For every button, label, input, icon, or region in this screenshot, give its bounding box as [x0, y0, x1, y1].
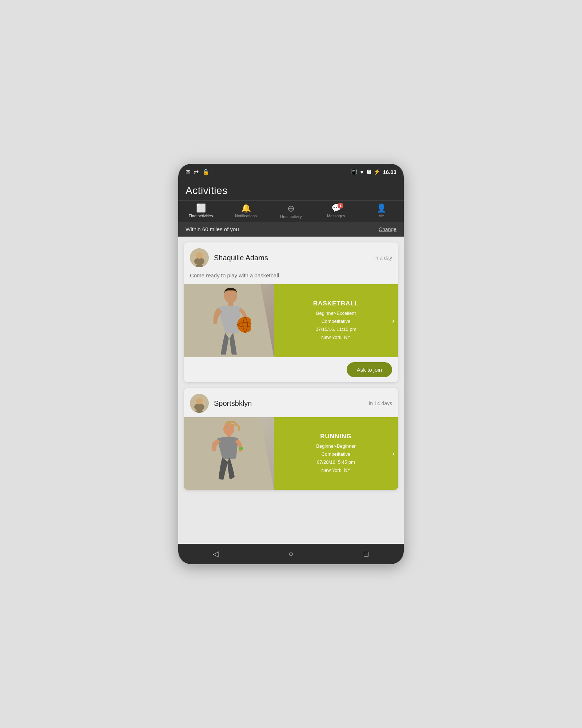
svg-point-8 — [196, 398, 203, 404]
activity-image-inner-basketball — [184, 284, 274, 357]
svg-rect-11 — [239, 447, 243, 450]
card-header-basketball: Shaquille Adams in a day — [184, 242, 398, 272]
lock-icon: 🔒 — [202, 169, 210, 175]
activity-image-basketball — [184, 284, 274, 357]
sport-label-running: RUNNING — [320, 433, 351, 440]
me-icon: 👤 — [376, 204, 386, 212]
recent-button[interactable]: □ — [357, 545, 375, 563]
status-left-icons: ✉ ⇄ 🔒 — [186, 169, 210, 175]
time-display: 16.03 — [383, 169, 396, 175]
style-running: Competitative — [322, 451, 350, 457]
avatar-svg — [190, 248, 209, 267]
page-title: Activities — [186, 185, 396, 197]
level-running: Beginner-Beginner — [316, 443, 355, 449]
tab-me-label: Me — [378, 214, 384, 218]
notifications-icon: 🔔 — [241, 204, 251, 212]
style-basketball: Competitative — [322, 318, 350, 324]
running-person-svg — [207, 418, 251, 489]
tab-notifications[interactable]: 🔔 Notifications — [223, 201, 268, 222]
avatar-basketball — [190, 248, 209, 267]
network-icon: ⊠ — [367, 169, 371, 175]
time-label-basketball: in a day — [374, 255, 392, 261]
bottom-nav: ◁ ○ □ — [178, 544, 404, 564]
tab-messages[interactable]: 💬 1 Messages — [314, 201, 359, 222]
home-button[interactable]: ○ — [282, 545, 300, 563]
sync-icon: ⇄ — [194, 169, 199, 175]
datetime-basketball: 07/15/16, 11:15 pm — [315, 327, 356, 332]
vibrate-icon: 📳 — [350, 169, 357, 175]
back-button[interactable]: ◁ — [207, 545, 225, 563]
card-header-running: Sportsbklyn in 14 days — [184, 388, 398, 417]
avatar-running — [190, 394, 209, 413]
phone-frame: ✉ ⇄ 🔒 📳 ▼ ⊠ ⚡ 16.03 Activities ⬜ Find ac… — [178, 164, 404, 564]
recent-icon: □ — [364, 549, 368, 559]
status-right: 📳 ▼ ⊠ ⚡ 16.03 — [350, 169, 396, 175]
mail-icon: ✉ — [186, 169, 190, 175]
card-description-basketball: Come ready to play with a basketball. — [184, 272, 398, 284]
chevron-right-running: › — [392, 450, 394, 458]
activity-details-running: Beginner-Beginner Competitative 07/28/16… — [316, 442, 355, 474]
tab-find-activities-label: Find activities — [189, 214, 213, 218]
tab-host-activity-label: Host activity — [280, 214, 302, 219]
location-change-button[interactable]: Change — [379, 226, 396, 232]
activity-card-running: Sportsbklyn in 14 days — [184, 388, 398, 490]
tab-messages-label: Messages — [327, 214, 345, 218]
home-icon: ○ — [288, 549, 293, 559]
activity-details-basketball: Beginner-Excellent Competitative 07/15/1… — [315, 309, 356, 341]
activity-card-basketball: Shaquille Adams in a day Come ready to p… — [184, 242, 398, 382]
avatar-running-svg — [190, 394, 209, 413]
status-bar: ✉ ⇄ 🔒 📳 ▼ ⊠ ⚡ 16.03 — [178, 164, 404, 180]
tab-me[interactable]: 👤 Me — [359, 201, 404, 222]
host-name-basketball: Shaquille Adams — [214, 254, 374, 262]
signal-icon: ▼ — [359, 169, 365, 175]
battery-icon: ⚡ — [374, 169, 380, 175]
activity-list: Shaquille Adams in a day Come ready to p… — [178, 237, 404, 544]
location-running: New York, NY — [321, 467, 350, 473]
host-name-running: Sportsbklyn — [214, 399, 369, 408]
activity-section-basketball: BASKETBALL Beginner-Excellent Competitat… — [184, 284, 398, 357]
tab-find-activities[interactable]: ⬜ Find activities — [178, 201, 223, 222]
activity-section-running: RUNNING Beginner-Beginner Competitative … — [184, 417, 398, 490]
sport-label-basketball: BASKETBALL — [313, 300, 359, 307]
time-label-running: in 14 days — [369, 400, 392, 406]
tab-notifications-label: Notifications — [235, 214, 257, 218]
location-bar: Within 60 miles of you Change — [178, 222, 404, 237]
host-activity-icon: ⊕ — [287, 204, 295, 213]
svg-point-2 — [196, 252, 203, 259]
ask-to-join-basketball[interactable]: Ask to join — [347, 362, 392, 377]
level-basketball: Beginner-Excellent — [316, 310, 356, 316]
location-text: Within 60 miles of you — [186, 226, 239, 232]
find-activities-icon: ⬜ — [196, 204, 206, 212]
activity-image-running — [184, 417, 274, 490]
location-basketball: New York, NY — [321, 335, 350, 340]
tab-bar: ⬜ Find activities 🔔 Notifications ⊕ Host… — [178, 200, 404, 222]
messages-badge: 1 — [338, 203, 343, 209]
tab-host-activity[interactable]: ⊕ Host activity — [268, 201, 314, 222]
card-footer-basketball: Ask to join — [184, 357, 398, 382]
activity-info-basketball: BASKETBALL Beginner-Excellent Competitat… — [274, 284, 398, 357]
basketball-person-svg — [207, 285, 251, 356]
activity-image-inner-running — [184, 417, 274, 490]
chevron-right-basketball: › — [392, 317, 394, 325]
activity-info-running: RUNNING Beginner-Beginner Competitative … — [274, 417, 398, 490]
datetime-running: 07/28/16, 5:45 pm — [317, 459, 355, 465]
back-icon: ◁ — [213, 549, 219, 559]
app-header: Activities — [178, 180, 404, 200]
